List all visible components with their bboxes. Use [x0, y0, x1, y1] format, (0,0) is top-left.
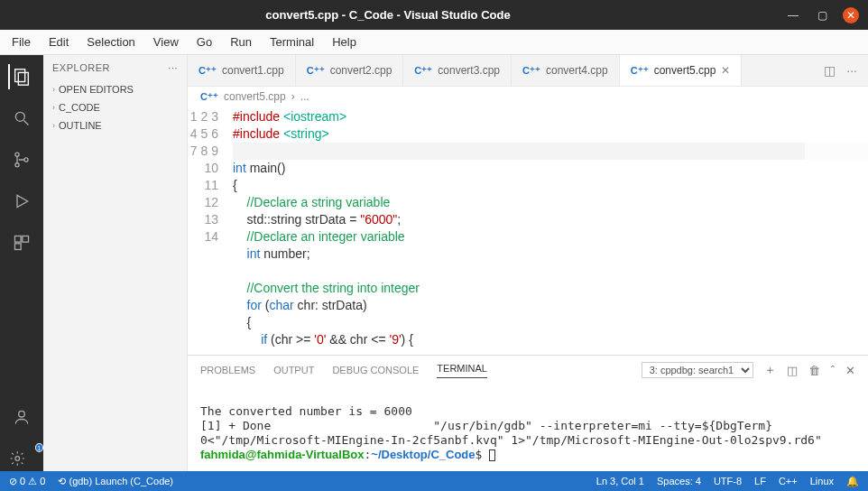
status-item[interactable]: UTF-8	[714, 476, 742, 487]
close-button[interactable]: ✕	[843, 7, 859, 23]
status-item[interactable]: ⟲ (gdb) Launch (C_Code)	[58, 476, 173, 487]
svg-rect-0	[15, 69, 25, 82]
status-item[interactable]: C++	[779, 476, 798, 487]
breadcrumb[interactable]: C⁺⁺ convert5.cpp › ...	[188, 87, 868, 107]
activity-bar: 1	[0, 55, 43, 471]
tab-label: convert5.cpp	[654, 64, 716, 77]
svg-point-4	[15, 153, 19, 156]
svg-rect-1	[18, 72, 28, 85]
section-label: C_CODE	[59, 102, 100, 113]
run-debug-icon[interactable]	[9, 189, 34, 214]
more-actions-icon[interactable]: ···	[846, 63, 857, 78]
explorer-section[interactable]: ›OPEN EDITORS	[43, 80, 187, 98]
editor-tab[interactable]: C⁺⁺convert4.cpp	[512, 55, 620, 86]
section-label: OPEN EDITORS	[59, 84, 134, 95]
tab-close-icon[interactable]: ✕	[721, 64, 730, 77]
cpp-file-icon: C⁺⁺	[199, 65, 217, 77]
status-item[interactable]: ⊘ 0 ⚠ 0	[9, 476, 45, 487]
title-bar: convert5.cpp - C_Code - Visual Studio Co…	[0, 0, 868, 30]
editor-tab[interactable]: C⁺⁺convert3.cpp	[403, 55, 512, 86]
menu-terminal[interactable]: Terminal	[265, 33, 319, 51]
breadcrumb-file: convert5.cpp	[224, 90, 286, 103]
menu-bar: FileEditSelectionViewGoRunTerminalHelp	[0, 30, 868, 55]
tab-label: convert3.cpp	[438, 64, 500, 77]
panel-tab-debug-console[interactable]: DEBUG CONSOLE	[332, 365, 419, 375]
menu-help[interactable]: Help	[328, 33, 361, 51]
maximize-panel-icon[interactable]: ˆ	[831, 364, 835, 377]
panel-tab-terminal[interactable]: TERMINAL	[437, 363, 487, 378]
explorer-section[interactable]: ›C_CODE	[43, 98, 187, 116]
svg-line-3	[24, 121, 29, 125]
account-icon[interactable]	[9, 404, 34, 430]
minimize-button[interactable]: —	[785, 7, 801, 23]
status-item[interactable]: Linux	[810, 476, 834, 487]
tab-label: convert4.cpp	[546, 64, 608, 77]
status-item[interactable]: LF	[754, 476, 766, 487]
editor-area: C⁺⁺convert1.cppC⁺⁺convert2.cppC⁺⁺convert…	[188, 55, 868, 471]
breadcrumb-rest: ...	[300, 90, 309, 103]
editor-tabs: C⁺⁺convert1.cppC⁺⁺convert2.cppC⁺⁺convert…	[188, 55, 868, 87]
svg-marker-7	[17, 195, 28, 207]
svg-rect-8	[15, 236, 22, 243]
menu-run[interactable]: Run	[226, 33, 256, 51]
tab-label: convert1.cpp	[222, 64, 284, 77]
panel-tab-output[interactable]: OUTPUT	[273, 365, 314, 375]
close-panel-icon[interactable]: ✕	[845, 364, 855, 377]
section-label: OUTLINE	[59, 120, 102, 131]
chevron-right-icon: ›	[52, 121, 55, 130]
status-item[interactable]: 🔔	[846, 476, 859, 487]
status-item[interactable]: Spaces: 4	[657, 476, 701, 487]
svg-point-11	[19, 411, 25, 417]
code-content[interactable]: #include <iostream> #include <string> ​ …	[233, 107, 868, 355]
menu-selection[interactable]: Selection	[82, 33, 139, 51]
panel-tab-problems[interactable]: PROBLEMS	[200, 365, 255, 375]
svg-rect-10	[15, 244, 22, 250]
explorer-more-icon[interactable]: ···	[168, 62, 178, 73]
editor-tab[interactable]: C⁺⁺convert2.cpp	[296, 55, 404, 86]
new-terminal-icon[interactable]: ＋	[764, 362, 776, 378]
cpp-file-icon: C⁺⁺	[631, 65, 649, 77]
extensions-icon[interactable]	[9, 230, 34, 255]
line-gutter: 1 2 3 4 5 6 7 8 9 10 11 12 13 14	[188, 107, 233, 355]
menu-view[interactable]: View	[149, 33, 183, 51]
minimap[interactable]	[805, 108, 868, 199]
svg-point-2	[15, 112, 24, 121]
status-item[interactable]: Ln 3, Col 1	[596, 476, 644, 487]
panel-tabs: PROBLEMSOUTPUTDEBUG CONSOLETERMINAL3: cp…	[188, 356, 868, 384]
svg-rect-9	[23, 236, 29, 243]
chevron-right-icon: ›	[52, 103, 55, 112]
cpp-file-icon: C⁺⁺	[522, 65, 540, 77]
maximize-button[interactable]: ▢	[814, 7, 830, 23]
terminal[interactable]: The converted number is = 6000 [1] + Don…	[188, 384, 868, 471]
explorer-title: EXPLORER	[52, 62, 110, 73]
cpp-file-icon: C⁺⁺	[414, 65, 432, 77]
cpp-file-icon: C⁺⁺	[200, 91, 218, 103]
split-terminal-icon[interactable]: ◫	[787, 364, 798, 377]
tab-label: convert2.cpp	[330, 64, 392, 77]
editor-tab[interactable]: C⁺⁺convert5.cpp✕	[620, 55, 743, 86]
settings-gear-icon[interactable]: 1	[9, 446, 34, 471]
explorer-section[interactable]: ›OUTLINE	[43, 116, 187, 134]
code-editor[interactable]: 1 2 3 4 5 6 7 8 9 10 11 12 13 14 #includ…	[188, 107, 868, 355]
menu-edit[interactable]: Edit	[44, 33, 73, 51]
split-editor-icon[interactable]: ◫	[824, 63, 836, 78]
window-title: convert5.cpp - C_Code - Visual Studio Co…	[0, 8, 776, 22]
menu-go[interactable]: Go	[192, 33, 217, 51]
settings-badge: 1	[35, 443, 43, 452]
svg-point-12	[15, 457, 20, 461]
editor-tab[interactable]: C⁺⁺convert1.cpp	[188, 55, 296, 86]
terminal-selector[interactable]: 3: cppdbg: search1	[642, 362, 753, 378]
cpp-file-icon: C⁺⁺	[307, 65, 325, 77]
explorer-sidebar: EXPLORER··· ›OPEN EDITORS›C_CODE›OUTLINE	[43, 55, 188, 471]
menu-file[interactable]: File	[7, 33, 35, 51]
search-icon[interactable]	[9, 106, 34, 131]
trash-icon[interactable]: 🗑	[808, 364, 820, 377]
chevron-right-icon: ›	[52, 85, 55, 94]
breadcrumb-sep: ›	[291, 90, 295, 103]
svg-point-6	[24, 158, 28, 162]
explorer-icon[interactable]	[8, 64, 33, 89]
source-control-icon[interactable]	[9, 147, 34, 172]
svg-point-5	[15, 163, 19, 167]
status-bar: ⊘ 0 ⚠ 0⟲ (gdb) Launch (C_Code) Ln 3, Col…	[0, 471, 868, 491]
bottom-panel: PROBLEMSOUTPUTDEBUG CONSOLETERMINAL3: cp…	[188, 355, 868, 471]
